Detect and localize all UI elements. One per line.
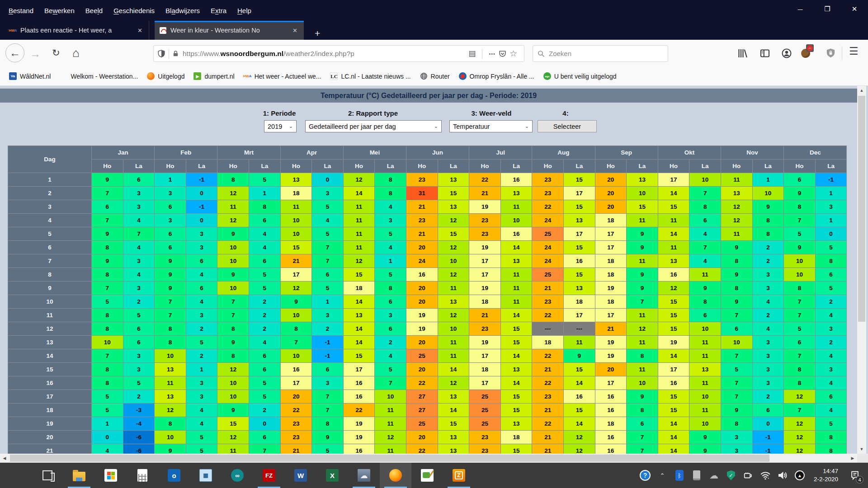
bookmark-item[interactable]: LCLC.nl - Laatste nieuws ... — [326, 70, 415, 82]
tab-1[interactable]: HWAPlaats een reactie - Het weer, a✕ — [5, 21, 149, 40]
menu-item-beeld[interactable]: Beeld — [80, 5, 108, 17]
horizontal-scroll-thumb[interactable] — [10, 455, 769, 462]
shield-extension-icon[interactable] — [826, 48, 836, 58]
tab-2-active[interactable]: Weer in kleur - Weerstation No✕ — [155, 21, 304, 40]
tray-wifi-icon[interactable]: * — [758, 463, 773, 488]
scroll-left-arrow[interactable]: ◀ — [0, 454, 9, 463]
menu-item-bladwijzers[interactable]: Bladwijzers — [160, 5, 205, 17]
temp-cell: 15 — [563, 404, 595, 417]
tray-power-icon[interactable] — [741, 463, 756, 488]
search-bar[interactable]: Zoeken — [533, 45, 668, 62]
temp-cell: 27 — [406, 390, 438, 404]
subheader-la: La — [438, 160, 469, 173]
temp-cell: 11 — [500, 200, 532, 214]
taskbar-arduino-button[interactable]: ∞ — [222, 463, 253, 488]
close-button[interactable]: ✕ — [841, 0, 868, 18]
temp-cell: 9 — [721, 295, 752, 309]
vertical-scrollbar[interactable]: ▲ ▼ — [857, 86, 866, 454]
menu-item-bestand[interactable]: Bestand — [4, 5, 38, 17]
taskbar-microsoft-store-button[interactable] — [95, 463, 127, 488]
tray-volume-icon[interactable] — [775, 463, 790, 488]
weather-field-select[interactable]: Temperatuur⌄ — [449, 120, 533, 132]
taskbar-ziggo-button[interactable]: Z — [443, 463, 475, 488]
page-actions-icon[interactable]: ••• — [489, 51, 495, 56]
temp-cell: 4 — [92, 444, 123, 454]
back-button[interactable]: ← — [5, 43, 24, 62]
sidebar-icon[interactable] — [760, 48, 770, 59]
menu-item-bewerken[interactable]: Bewerken — [39, 5, 80, 17]
taskbar-word-button[interactable]: W — [285, 463, 316, 488]
taskbar-excel-button[interactable]: X — [316, 463, 348, 488]
menu-item-geschiedenis[interactable]: Geschiedenis — [108, 5, 160, 17]
taskbar-control-panel-button[interactable]: ▦ — [190, 463, 222, 488]
maximize-button[interactable]: ❐ — [814, 0, 841, 18]
horizontal-scrollbar[interactable]: ◀ ▶ — [0, 454, 857, 463]
temp-cell: 21 — [532, 444, 564, 454]
tray-hidden-icons-chevron-icon[interactable]: ⌃ — [655, 463, 670, 488]
taskbar-firefox-button[interactable] — [380, 463, 411, 488]
bookmark-item[interactable]: vgzU bent veilig uitgelogd — [539, 70, 621, 82]
tray-upload-icon[interactable]: ▲ — [792, 463, 807, 488]
library-icon[interactable] — [737, 48, 748, 59]
reader-mode-icon[interactable]: ▤ — [468, 49, 476, 58]
bookmark-item[interactable]: Welkom - Weerstation... — [55, 70, 142, 82]
temp-cell: 12 — [784, 444, 816, 454]
tab-close-icon[interactable]: ✕ — [291, 26, 299, 35]
bookmark-item[interactable]: ▶dumpert.nl — [189, 70, 239, 82]
temp-cell: 2 — [249, 322, 281, 336]
tray-bluetooth-icon[interactable]: ᛒ — [672, 463, 687, 488]
pocket-icon[interactable] — [499, 50, 506, 57]
temp-cell: 22 — [343, 404, 375, 417]
url-text[interactable]: https://www.wsnoordbergum.nl/weather2/in… — [183, 50, 465, 58]
vertical-scroll-thumb[interactable] — [858, 96, 865, 322]
forward-button[interactable]: → — [30, 47, 41, 60]
bookmark-item[interactable]: HWAHet weer - Actueel we... — [239, 70, 326, 82]
scroll-up-arrow[interactable]: ▲ — [857, 86, 866, 95]
temp-cell: 5 — [815, 282, 847, 295]
month-header-sep: Sep — [595, 146, 658, 160]
report-type-select[interactable]: Gedetailleerd per jaar per dag⌄ — [305, 120, 442, 132]
temp-cell: 12 — [375, 431, 406, 444]
taskbar-start-button[interactable] — [0, 463, 32, 488]
taskbar-image-editor-button[interactable] — [411, 463, 443, 488]
new-tab-button[interactable]: + — [311, 27, 324, 40]
period-select[interactable]: 2019⌄ — [264, 120, 297, 132]
hamburger-menu-icon[interactable]: ☰ — [849, 45, 859, 57]
taskbar-filezilla-button[interactable]: FZ — [253, 463, 285, 488]
bookmark-star-icon[interactable]: ☆ — [509, 48, 517, 59]
account-icon[interactable] — [781, 48, 792, 59]
bookmark-label: Router — [431, 73, 450, 80]
taskbar-file-explorer-button[interactable] — [63, 463, 95, 488]
navigation-toolbar: ← → ↻ ⌂ https://www.wsnoordbergum.nl/wea… — [0, 40, 868, 67]
taskbar-calculator-button[interactable] — [127, 463, 158, 488]
temp-cell: 15 — [627, 200, 658, 214]
url-bar[interactable]: https://www.wsnoordbergum.nl/weather2/in… — [153, 45, 524, 62]
tray-onedrive-icon[interactable]: ☁ — [706, 463, 722, 488]
scroll-down-arrow[interactable]: ▼ — [857, 445, 866, 454]
scroll-right-arrow[interactable]: ▶ — [848, 454, 857, 463]
selecteer-button[interactable]: Selecteer — [538, 120, 597, 132]
menu-item-help[interactable]: Help — [232, 5, 256, 17]
reload-button[interactable]: ↻ — [52, 47, 60, 58]
temp-cell: 7 — [312, 254, 344, 268]
cookie-blocker-extension-icon[interactable]: − — [801, 46, 813, 60]
bookmark-item[interactable]: VaWâldNet.nl — [5, 70, 55, 82]
taskbar-outlook-button[interactable]: o — [158, 463, 190, 488]
taskbar-weather-app-button[interactable]: ☁ — [348, 463, 380, 488]
action-center-icon[interactable]: 4 — [844, 463, 865, 488]
bookmark-item[interactable]: Omrop Fryslân - Alle ... — [454, 70, 539, 82]
bookmark-item[interactable]: Router — [415, 70, 454, 82]
lock-icon[interactable] — [172, 50, 179, 57]
tab-close-icon[interactable]: ✕ — [136, 26, 144, 35]
minimize-button[interactable]: ─ — [787, 0, 814, 18]
menu-item-extra[interactable]: Extra — [206, 5, 231, 17]
bookmark-item[interactable]: Uitgelogd — [142, 70, 189, 82]
taskbar-clock[interactable]: 14:47 2-2-2020 — [809, 467, 843, 483]
home-button[interactable]: ⌂ — [72, 46, 80, 60]
taskbar-task-view-button[interactable] — [32, 463, 63, 488]
temp-cell: 18 — [595, 295, 627, 309]
tracking-shield-icon[interactable] — [157, 50, 165, 58]
tray-help-icon[interactable]: ? — [637, 463, 653, 488]
tray-security-shield-icon[interactable]: ✓ — [723, 463, 739, 488]
tray-mobile-device-icon[interactable] — [689, 463, 704, 488]
